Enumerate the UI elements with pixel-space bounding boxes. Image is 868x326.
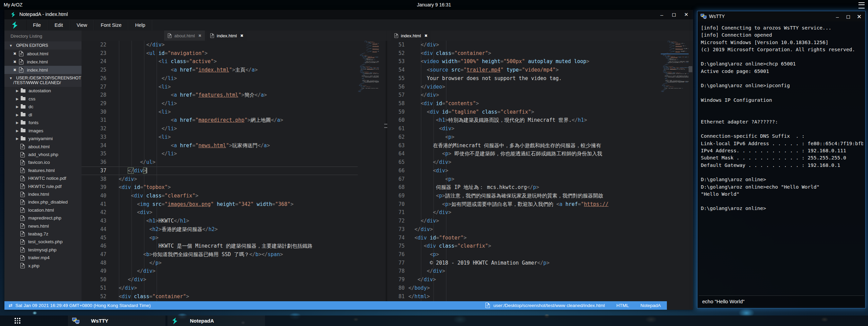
file-icon — [20, 184, 25, 189]
open-editors-header[interactable]: ▼ OPEN EDITORS — [4, 41, 86, 50]
taskbar-item-wstty[interactable]: WsTTY — [68, 315, 165, 326]
terminal-output[interactable]: [info] Conencting to arozos WsTTY servic… — [701, 24, 863, 294]
file-icon — [20, 263, 25, 268]
file-item[interactable]: test_sockets.php — [4, 238, 86, 246]
file-item[interactable]: HKWTC notice.pdf — [4, 174, 86, 182]
chevron-right-icon: ▶ — [16, 97, 19, 101]
workspace-folder-header[interactable]: ▼ USER:/DESKTOP/SCREENSHOT /TEST/WWW CLE… — [4, 74, 86, 87]
chevron-right-icon: ▶ — [16, 129, 19, 133]
file-item[interactable]: x.php — [4, 262, 86, 269]
open-editor-item[interactable]: ✖about.html — [4, 50, 86, 58]
file-item[interactable]: testmysql.php — [4, 246, 86, 254]
folder-item[interactable]: ▶dl — [4, 111, 86, 119]
maximize-button[interactable]: ◻ — [845, 13, 852, 20]
menu-view[interactable]: View — [70, 20, 94, 30]
hamburger-menu-icon[interactable] — [858, 2, 865, 8]
minimap[interactable]: </div> <ul id="navigation"> <li class="a… — [661, 41, 689, 93]
file-icon — [20, 215, 25, 221]
close-button[interactable]: ✕ — [683, 11, 690, 18]
chevron-right-icon: ▶ — [16, 137, 19, 140]
close-icon[interactable]: ✖ — [13, 60, 16, 64]
file-item[interactable]: add_vhost.php — [4, 151, 86, 158]
file-item[interactable]: news.html — [4, 222, 86, 230]
wstty-window: WsTTY – ◻ ✕ [info] Conencting to arozos … — [697, 11, 865, 308]
file-item[interactable]: features.html — [4, 167, 86, 174]
chevron-right-icon: ▶ — [16, 89, 19, 93]
notepada-titlebar[interactable]: NotepadA - index.html – ◻ ✕ — [4, 10, 693, 19]
menu-edit[interactable]: Edit — [48, 20, 70, 30]
menu-font-size[interactable]: Font Size — [94, 20, 128, 30]
statusbar-appname: NotepadA — [640, 303, 661, 308]
file-icon — [20, 255, 25, 261]
html-file-icon — [168, 33, 172, 38]
line-numbers: 5152535455565758596061626364656667686970… — [387, 41, 405, 301]
close-icon[interactable]: ✖ — [13, 68, 16, 72]
window-title: NotepadA - index.html — [19, 12, 68, 17]
code-lines: </div> <div class="container"> <video wi… — [408, 41, 661, 301]
close-tab-icon[interactable]: ✖ — [240, 34, 243, 38]
folder-icon — [21, 97, 25, 100]
wstty-terminal-icon — [701, 14, 707, 19]
folder-item[interactable]: ▶images — [4, 127, 86, 135]
close-tab-icon[interactable]: ✖ — [198, 34, 201, 38]
folder-item[interactable]: ▶dc — [4, 103, 86, 111]
minimize-button[interactable]: – — [658, 11, 665, 18]
file-item[interactable]: mapredirect.php — [4, 214, 86, 222]
notepada-menubar: FileEditViewFont SizeHelp — [4, 19, 693, 31]
file-icon — [20, 160, 25, 165]
folder-item[interactable]: ▶fonts — [4, 119, 86, 127]
menu-help[interactable]: Help — [128, 20, 152, 30]
html-file-icon — [210, 33, 214, 38]
notepada-logo-icon — [172, 318, 178, 324]
taskbar-item-notepada[interactable]: NotepadA — [167, 315, 265, 326]
file-item[interactable]: teabag.7z — [4, 230, 86, 238]
file-icon — [20, 247, 25, 252]
minimap[interactable]: </div> <ul id="navigation"> <li class="a… — [358, 41, 379, 93]
tab-index-html-right[interactable]: index.html ✖ — [391, 31, 431, 41]
notepada-logo-icon — [11, 12, 16, 17]
file-item[interactable]: about.html — [4, 143, 86, 151]
open-editor-item[interactable]: ✖index.html — [4, 58, 86, 66]
line-numbers: 2223242526272829303132333435363738394041… — [86, 41, 106, 301]
notepada-menu-logo-icon — [11, 21, 19, 29]
file-item[interactable]: HKWTC rule.pdf — [4, 182, 86, 190]
tab-about-html[interactable]: about.html ✖ — [164, 31, 205, 41]
maximize-button[interactable]: ◻ — [671, 11, 677, 18]
terminal-input[interactable]: echo "Hello World" — [699, 295, 864, 307]
left-editor-pane[interactable]: 2223242526272829303132333435363738394041… — [82, 41, 386, 301]
statusbar-language[interactable]: HTML — [616, 303, 629, 308]
open-editors-list: ✖about.html✖index.html✖index.html — [4, 50, 86, 74]
tab-index-html[interactable]: index.html ✖ — [207, 31, 247, 41]
desktop-clock: January 9 16:31 — [0, 2, 868, 7]
chevron-right-icon: ▶ — [16, 121, 19, 124]
close-tab-icon[interactable]: ✖ — [424, 34, 427, 38]
app-grid-icon[interactable] — [15, 318, 20, 324]
text-cursor — [146, 168, 147, 173]
folder-item[interactable]: ▶autostation — [4, 87, 86, 95]
folder-icon — [21, 105, 25, 109]
folder-item[interactable]: ▶yamiyamimi — [4, 135, 86, 143]
menu-file[interactable]: File — [26, 20, 48, 30]
statusbar-timestamp: Sat Jan 09 2021 16:29:49 GMT+0800 (Hong … — [15, 303, 150, 308]
html-file-icon — [19, 67, 23, 73]
notepada-window: NotepadA - index.html – ◻ ✕ FileEditView… — [4, 10, 693, 310]
file-item[interactable]: favicon.ico — [4, 158, 86, 166]
file-item[interactable]: index.html — [4, 190, 86, 198]
minimize-button[interactable]: – — [834, 13, 841, 20]
file-item[interactable]: index.php_disabled — [4, 198, 86, 206]
folder-item[interactable]: ▶css — [4, 95, 86, 103]
html-file-icon — [19, 51, 23, 56]
vertical-scrollbar[interactable] — [689, 66, 692, 72]
file-item[interactable]: location.html — [4, 206, 86, 214]
wstty-title: WsTTY — [709, 14, 725, 19]
file-icon — [20, 176, 25, 181]
file-item[interactable]: trailer.mp4 — [4, 254, 86, 262]
close-button[interactable]: ✕ — [856, 13, 863, 20]
close-icon[interactable]: ✖ — [13, 52, 16, 56]
statusbar-filepath[interactable]: user:/Desktop/screenshot/test/www cleane… — [493, 303, 605, 308]
open-editor-item[interactable]: ✖index.html — [4, 66, 86, 74]
chevron-right-icon: ▶ — [16, 113, 19, 117]
wstty-titlebar[interactable]: WsTTY – ◻ ✕ — [697, 11, 865, 21]
file-list: about.htmladd_vhost.phpfavicon.icofeatur… — [4, 143, 86, 270]
right-editor-pane[interactable]: 5152535455565758596061626364656667686970… — [387, 41, 693, 301]
